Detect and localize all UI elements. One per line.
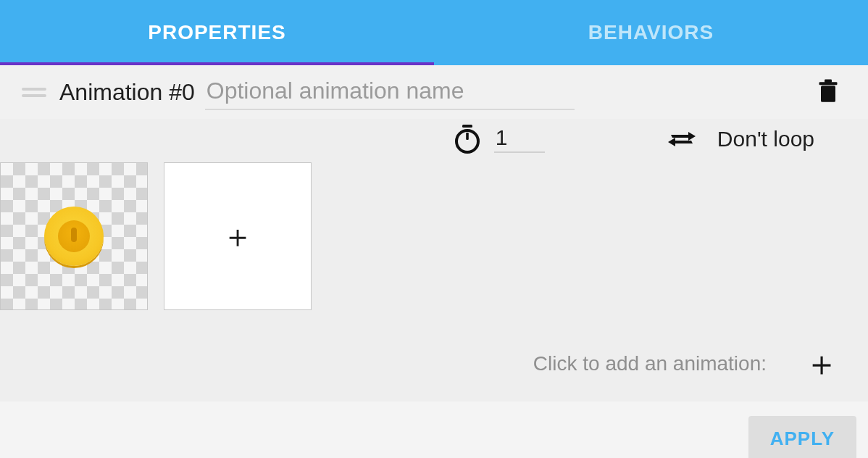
loop-icon xyxy=(667,126,697,152)
tab-bar: PROPERTIES BEHAVIORS xyxy=(0,0,868,65)
tab-properties-label: PROPERTIES xyxy=(148,21,285,44)
add-animation-hint: Click to add an animation: xyxy=(533,352,767,375)
animation-title: Animation #0 xyxy=(59,79,195,106)
stopwatch-icon xyxy=(454,124,481,154)
animation-name-input[interactable] xyxy=(205,75,575,110)
tab-behaviors[interactable]: BEHAVIORS xyxy=(434,0,868,65)
tab-properties[interactable]: PROPERTIES xyxy=(0,0,434,65)
add-frame-button[interactable]: ＋ xyxy=(164,162,312,310)
plus-icon: ＋ xyxy=(222,220,254,252)
loop-toggle[interactable]: Don't loop xyxy=(667,126,814,152)
animation-name-field-wrap xyxy=(205,75,575,110)
add-animation-button[interactable]: ＋ xyxy=(804,346,839,381)
coin-sprite-icon xyxy=(1,163,147,309)
apply-button[interactable]: APPLY xyxy=(748,416,856,458)
frame-duration-group xyxy=(454,124,545,154)
trash-icon xyxy=(817,79,839,105)
svg-rect-2 xyxy=(825,80,832,83)
apply-button-label: APPLY xyxy=(770,428,835,449)
svg-rect-0 xyxy=(821,86,835,102)
animation-header: Animation #0 xyxy=(0,65,868,119)
tab-behaviors-label: BEHAVIORS xyxy=(588,21,714,44)
frame-thumbnail[interactable] xyxy=(0,162,148,310)
animation-settings-row: Don't loop xyxy=(0,119,868,162)
drag-handle-icon[interactable] xyxy=(22,88,46,97)
frames-strip: ＋ xyxy=(0,162,868,312)
loop-label: Don't loop xyxy=(717,127,814,151)
frame-duration-input[interactable] xyxy=(494,125,545,153)
add-animation-row: Click to add an animation: ＋ xyxy=(0,312,868,401)
delete-animation-button[interactable] xyxy=(817,79,839,105)
svg-rect-5 xyxy=(466,133,469,140)
svg-rect-3 xyxy=(462,125,472,128)
footer: APPLY xyxy=(0,401,868,458)
